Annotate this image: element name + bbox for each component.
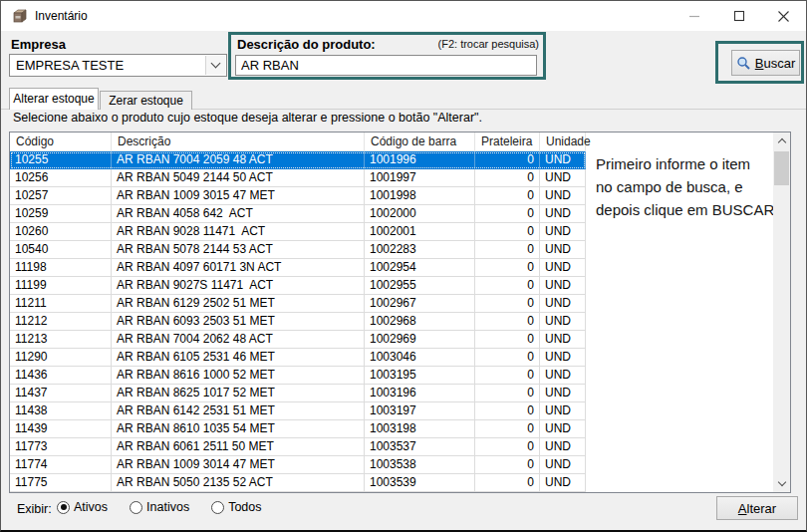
table-cell: AR RBAN 8625 1017 52 MET [112,385,365,402]
column-header-codigo[interactable]: Código [10,133,112,151]
table-row[interactable]: 11773AR RBAN 6061 2511 50 MET10035370UND [10,438,586,456]
table-row[interactable]: 10540AR RBAN 5078 2144 53 ACT10022830UND [10,241,586,259]
chevron-down-icon[interactable] [205,56,225,75]
table-cell: UND [540,385,586,402]
table-cell: 11212 [10,313,112,331]
table-row[interactable]: 11290AR RBAN 6105 2531 46 MET10030460UND [10,349,586,367]
table-row[interactable]: 10256AR RBAN 5049 2144 50 ACT10019970UND [10,169,586,187]
table-cell: 1002968 [365,313,475,331]
empresa-combobox[interactable]: EMPRESA TESTE [9,54,227,77]
table-row[interactable]: 10255AR RBAN 7004 2059 48 ACT10019960UND [10,151,586,169]
radio-icon[interactable] [130,501,142,514]
radio-icon[interactable] [211,501,224,514]
maximize-button[interactable] [716,1,761,31]
table-row[interactable]: 10257AR RBAN 1009 3015 47 MET10019980UND [10,187,586,205]
table-cell: 1003195 [365,367,475,385]
exibir-label: Exibir: [17,502,52,516]
table-cell: 1002967 [365,295,475,313]
scrollbar-thumb[interactable] [774,151,789,185]
table-cell: 1001998 [365,187,475,205]
table-cell: AR RBAN 7004 2059 48 ACT [112,151,365,169]
table-row[interactable]: 11774AR RBAN 1009 3014 47 MET10035380UND [10,456,586,474]
table-cell: 1003538 [365,456,475,474]
column-header-unidade[interactable]: Unidade [540,133,586,151]
listview-rows: 10255AR RBAN 7004 2059 48 ACT10019960UND… [10,151,586,492]
table-row[interactable]: 11198AR RBAN 4097 60171 3N ACT10029540UN… [10,259,586,277]
vertical-scrollbar[interactable] [773,133,790,492]
close-button[interactable] [761,1,806,31]
table-row[interactable]: 11439AR RBAN 8610 1035 54 MET10031980UND [10,420,586,438]
table-cell: UND [540,331,586,349]
table-cell: 10260 [10,223,112,241]
table-cell: UND [540,402,586,420]
search-icon [736,56,751,71]
table-cell: 11213 [10,331,112,349]
table-cell: 0 [475,169,540,187]
table-cell: 1001997 [365,169,475,187]
table-cell: UND [540,151,586,169]
column-header-prateleira[interactable]: Prateleira [475,133,540,151]
table-cell: 10256 [10,169,112,187]
table-row[interactable]: 11775AR RBAN 5050 2135 52 ACT10035390UND [10,474,586,492]
table-cell: UND [540,169,586,187]
table-cell: UND [540,241,586,259]
scroll-up-icon[interactable] [773,133,790,149]
buscar-label: Buscar [755,56,795,71]
table-row[interactable]: 11213AR RBAN 7004 2062 48 ACT10029690UND [10,331,586,349]
note-line: depois clique em BUSCAR [596,198,785,221]
table-cell: 11198 [10,259,112,277]
radio-inativos[interactable]: Inativos [130,500,189,514]
table-row[interactable]: 11438AR RBAN 6142 2531 51 MET10031970UND [10,402,586,420]
table-cell: AR RBAN 9028 11471 ACT [112,223,365,241]
table-cell: 0 [475,456,540,474]
table-cell: UND [540,456,586,474]
column-header-descricao[interactable]: Descrição [112,133,365,151]
minimize-button[interactable] [672,1,716,31]
table-cell: UND [540,295,586,313]
table-cell: UND [540,187,586,205]
table-cell: 11439 [10,420,112,438]
table-cell: AR RBAN 6105 2531 46 MET [112,349,365,367]
table-row[interactable]: 10260AR RBAN 9028 11471 ACT10020010UND [10,223,586,241]
table-row[interactable]: 10259AR RBAN 4058 642 ACT10020000UND [10,205,586,223]
descricao-input[interactable] [235,55,537,76]
table-cell: 0 [475,438,540,456]
alterar-button[interactable]: Alterar [716,496,798,520]
table-cell: 11438 [10,402,112,420]
annotation-note: Primeiro informe o item no campo de busc… [596,152,785,221]
table-cell: AR RBAN 5049 2144 50 ACT [112,169,365,187]
table-cell: 11290 [10,349,112,367]
table-cell: 10255 [10,151,112,169]
tab-zerar-estoque[interactable]: Zerar estoque [100,91,192,110]
instruction-text: Selecione abaixo o produto cujo estoque … [13,111,482,125]
table-cell: 10540 [10,241,112,259]
table-cell: 0 [475,349,540,367]
table-row[interactable]: 11436AR RBAN 8616 1000 52 MET10031950UND [10,367,586,385]
table-row[interactable]: 11212AR RBAN 6093 2503 51 MET10029680UND [10,313,586,331]
table-cell: 10257 [10,187,112,205]
table-cell: AR RBAN 4097 60171 3N ACT [112,259,365,277]
table-cell: AR RBAN 1009 3014 47 MET [112,456,365,474]
table-cell: 0 [475,277,540,295]
radio-icon[interactable] [57,501,70,514]
column-header-codigo-de-barra[interactable]: Código de barra [365,133,475,151]
table-row[interactable]: 11199AR RBAN 9027S 11471 ACT10029550UND [10,277,586,295]
tab-alterar-estoque[interactable]: Alterar estoque [9,88,99,110]
table-cell: AR RBAN 6061 2511 50 MET [112,438,365,456]
table-cell: AR RBAN 9027S 11471 ACT [112,277,365,295]
buscar-button[interactable]: Buscar [731,50,800,76]
table-cell: UND [540,474,586,492]
table-cell: 0 [475,420,540,438]
radio-ativos[interactable]: Ativos [57,500,108,514]
scroll-down-icon[interactable] [773,475,790,492]
table-cell: 1003539 [365,474,475,492]
table-cell: 1001996 [365,151,475,169]
table-cell: AR RBAN 6142 2531 51 MET [112,402,365,420]
table-row[interactable]: 11211AR RBAN 6129 2502 51 MET10029670UND [10,295,586,313]
table-cell: 1002001 [365,223,475,241]
table-row[interactable]: 11437AR RBAN 8625 1017 52 MET10031960UND [10,385,586,402]
table-cell: UND [540,349,586,367]
radio-todos[interactable]: Todos [211,500,261,514]
table-cell: 0 [475,241,540,259]
table-cell: UND [540,205,586,223]
